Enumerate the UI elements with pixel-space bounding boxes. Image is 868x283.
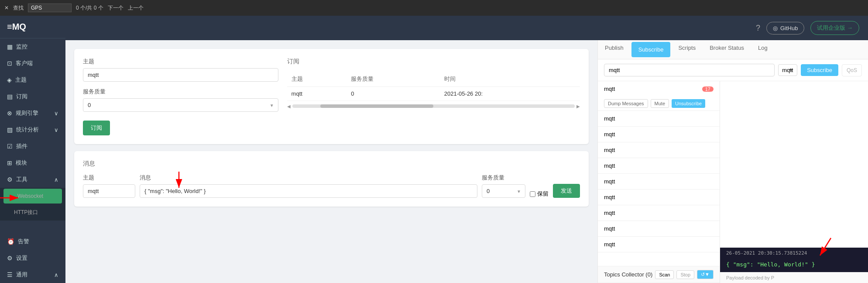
header: ? ◎ GitHub 试用企业版 → — [65, 16, 868, 40]
tab-scripts[interactable]: Scripts — [671, 40, 703, 59]
right-panel: Publish Subscribe Scripts Broker Status … — [597, 40, 868, 283]
col-header-qos: 服务质量 — [347, 72, 440, 87]
retain-checkbox[interactable] — [530, 191, 535, 197]
right-tabs: Publish Subscribe Scripts Broker Status … — [598, 40, 868, 59]
sidebar-item-clients[interactable]: ⊡ 客户端 — [0, 55, 65, 72]
list-item[interactable]: mqtt — [598, 142, 720, 158]
tools-submenu: Websocket HTTP接口 — [0, 188, 65, 221]
list-item[interactable]: mqtt — [598, 221, 720, 237]
subscriptions-icon: ▤ — [7, 93, 13, 100]
msg-qos-group: 服务质量 0 1 2 — [482, 174, 525, 198]
msg-qos-select[interactable]: 0 1 2 — [482, 184, 525, 198]
list-item[interactable]: mqtt — [598, 127, 720, 142]
stop-button[interactable]: Stop — [676, 270, 694, 279]
tab-publish-label: Publish — [605, 45, 624, 51]
topic-name: mqtt — [604, 241, 615, 248]
sidebar-item-plugins[interactable]: ☑ 插件 — [0, 138, 65, 155]
sidebar-item-alerts[interactable]: ⏰ 告警 — [0, 233, 65, 250]
list-item[interactable]: mqtt — [598, 205, 720, 221]
row-qos: 0 — [347, 87, 440, 101]
list-item[interactable]: mqtt — [598, 190, 720, 205]
msg-content-input[interactable] — [140, 184, 477, 198]
tab-subscribe-label: Subscribe — [638, 46, 664, 53]
search-input[interactable] — [28, 3, 72, 12]
sidebar-item-topics[interactable]: ◈ 主题 — [0, 72, 65, 88]
tab-publish[interactable]: Publish — [598, 40, 631, 59]
topics-icon: ◈ — [7, 76, 12, 83]
scrollbar-thumb — [320, 104, 433, 108]
msg-topic-input[interactable] — [83, 184, 135, 198]
retain-label: 保留 — [537, 190, 549, 198]
tab-subscribe[interactable]: Subscribe — [631, 42, 671, 57]
close-icon[interactable]: ✕ — [4, 5, 9, 11]
qos-select[interactable]: 0 1 2 — [83, 98, 278, 112]
scroll-right-arrow[interactable]: ▶ — [576, 104, 580, 109]
sidebar-item-label: 插件 — [16, 142, 27, 150]
sidebar-item-monitor[interactable]: ▦ 监控 — [0, 38, 65, 55]
sidebar-item-rules[interactable]: ⊗ 规则引擎 ∨ — [0, 105, 65, 121]
chevron-icon: ∨ — [54, 127, 58, 133]
sidebar-item-subscriptions[interactable]: ▤ 订阅 — [0, 88, 65, 105]
topic-name: mqtt — [604, 194, 615, 200]
send-button[interactable]: 发送 — [553, 184, 580, 198]
sub-section-title: 订阅 — [287, 58, 580, 66]
topic-name: mqtt — [604, 115, 615, 122]
tab-broker-status[interactable]: Broker Status — [703, 40, 751, 59]
list-item[interactable]: mqtt — [598, 158, 720, 174]
scrollbar-track[interactable] — [292, 104, 575, 108]
sidebar: ≡MQ ▦ 监控 ⊡ 客户端 ◈ 主题 ▤ 订阅 ⊗ 规则引擎 ∨ ▨ 统计分析… — [0, 0, 65, 283]
list-item[interactable]: mqtt — [598, 174, 720, 190]
prev-button[interactable]: 下一个 — [108, 4, 124, 12]
search-count: 0 个/共 0 个 — [76, 4, 103, 12]
topic-input[interactable] — [83, 68, 278, 82]
topic-name: mqtt — [604, 210, 615, 216]
subscribe-topic-input[interactable] — [604, 64, 775, 76]
qos-label-button[interactable]: QoS — [842, 64, 862, 76]
subscribe-input-row: mqtt Subscribe QoS — [598, 59, 868, 81]
list-item[interactable]: mqtt — [598, 237, 720, 252]
sidebar-item-httpapi[interactable]: HTTP接口 — [0, 204, 65, 221]
table-scrollbar[interactable]: ◀ ▶ — [287, 101, 580, 111]
left-panel: 主题 服务质量 0 1 2 — [65, 40, 597, 283]
sidebar-item-label: 告警 — [18, 238, 29, 245]
sidebar-item-tools[interactable]: ⚙ 工具 ∧ — [0, 171, 65, 188]
qos-label: 服务质量 — [83, 88, 278, 96]
content-area: 主题 服务质量 0 1 2 — [65, 40, 868, 283]
sidebar-item-label: 订阅 — [16, 93, 27, 100]
unsubscribe-button[interactable]: Unsubscribe — [672, 99, 705, 108]
sidebar-item-general[interactable]: ☰ 通用 ∧ — [0, 266, 65, 283]
trial-button[interactable]: 试用企业版 → — [810, 21, 859, 35]
msg-topic-group: 主题 — [83, 174, 135, 198]
refresh-button[interactable]: ↺▼ — [697, 270, 714, 279]
tab-log[interactable]: Log — [751, 40, 775, 59]
dump-messages-button[interactable]: Dump Messages — [604, 99, 648, 108]
topics-collector-label: Topics Collector (0) — [604, 271, 655, 278]
subscribe-qos-dropdown[interactable]: mqtt — [778, 64, 797, 76]
chevron-down-icon: ∧ — [54, 176, 58, 183]
github-label: GitHub — [780, 25, 798, 31]
sidebar-item-label: 通用 — [16, 271, 27, 279]
list-item[interactable]: mqtt — [598, 111, 720, 127]
next-button[interactable]: 上一个 — [128, 4, 144, 12]
chevron-icon: ∨ — [54, 110, 58, 117]
subscribe-confirm-button[interactable]: Subscribe — [801, 64, 838, 76]
subscribe-button[interactable]: 订阅 — [83, 121, 110, 135]
topic-name: mqtt — [604, 178, 615, 185]
sidebar-item-settings[interactable]: ⚙ 设置 — [0, 250, 65, 266]
scan-button[interactable]: Scan — [655, 270, 674, 279]
row-time: 2021-05-26 20: — [440, 87, 580, 101]
app-logo: ≡MQ — [0, 16, 65, 38]
mute-button[interactable]: Mute — [651, 99, 669, 108]
help-icon[interactable]: ? — [756, 24, 760, 33]
sidebar-item-modules[interactable]: ⊞ 模块 — [0, 155, 65, 171]
scroll-left-arrow[interactable]: ◀ — [287, 104, 291, 109]
sidebar-item-stats[interactable]: ▨ 统计分析 ∨ — [0, 121, 65, 138]
alerts-icon: ⏰ — [7, 238, 14, 245]
tools-icon: ⚙ — [7, 176, 13, 183]
sidebar-item-label: 模块 — [16, 159, 27, 167]
col-header-time: 时间 — [440, 72, 580, 87]
sidebar-item-label: 规则引擎 — [16, 109, 38, 117]
search-label: 查找 — [13, 4, 24, 12]
sidebar-item-label: 设置 — [16, 254, 27, 262]
github-button[interactable]: ◎ GitHub — [766, 22, 804, 35]
